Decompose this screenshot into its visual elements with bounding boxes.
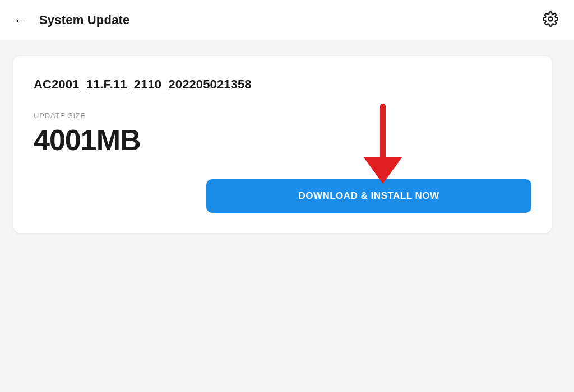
header-left: ← System Update — [11, 11, 130, 30]
svg-point-0 — [549, 17, 553, 21]
version-number: AC2001_11.F.11_2110_202205021358 — [34, 76, 531, 94]
update-card: AC2001_11.F.11_2110_202205021358 UPDATE … — [13, 56, 552, 233]
settings-button[interactable] — [540, 9, 561, 31]
back-button[interactable]: ← — [11, 11, 30, 30]
download-install-button[interactable]: DOWNLOAD & INSTALL NOW — [206, 179, 531, 213]
header: ← System Update — [0, 0, 574, 39]
screen: ← System Update AC2001_11.F.11_2110_2022… — [0, 0, 574, 392]
back-arrow-icon: ← — [13, 13, 28, 27]
button-row: DOWNLOAD & INSTALL NOW — [34, 179, 531, 213]
page-title: System Update — [39, 13, 130, 27]
update-size-label: UPDATE SIZE — [34, 111, 531, 120]
content-area: AC2001_11.F.11_2110_202205021358 UPDATE … — [0, 39, 574, 392]
update-size-value: 4001MB — [34, 123, 531, 157]
gear-icon — [543, 11, 558, 29]
